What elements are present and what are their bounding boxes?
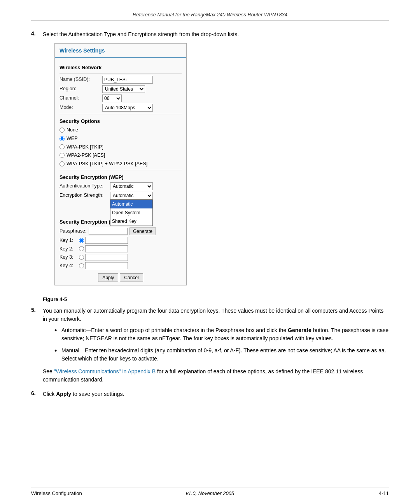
radio-wpa2-psk-aes: WPA2-PSK [AES] [60, 152, 182, 159]
key1-input[interactable] [85, 237, 128, 244]
step-4: 4. Select the Authentication Type and En… [31, 30, 389, 290]
radio-wep-input[interactable] [60, 136, 65, 141]
dropdown-option-open-system[interactable]: Open System [110, 208, 152, 217]
key1-row: Key 1: [60, 237, 182, 244]
step-5: 5. You can manually or automatically pro… [31, 307, 389, 384]
key2-label: Key 2: [60, 245, 79, 253]
ssid-label: Name (SSID): [60, 76, 102, 83]
apply-bold: Apply [56, 391, 71, 397]
passphrase-row: Passphrase: Generate [60, 228, 182, 235]
auth-type-select[interactable]: Automatic Open System Shared Key [110, 182, 153, 190]
figure-label: Figure 4-5 [43, 296, 389, 302]
enc-strength-dropdown[interactable]: Automatic Open System Shared Key Automat… [110, 192, 153, 200]
mode-select[interactable]: Auto 108Mbps [102, 104, 153, 112]
header-title: Reference Manual for the RangeMax 240 Wi… [133, 12, 287, 18]
key1-radio[interactable] [79, 238, 84, 243]
radio-none-input[interactable] [60, 128, 65, 133]
bullet-2-text: Manual—Enter ten hexadecimal digits (any… [61, 346, 386, 363]
bullet-dot-2: • [54, 346, 61, 363]
step-5-content: You can manually or automatically progra… [43, 307, 389, 384]
ssid-row: Name (SSID): [60, 76, 182, 84]
bullet-2: • Manual—Enter ten hexadecimal digits (a… [54, 346, 389, 363]
key2-row: Key 2: [60, 245, 182, 253]
page-header: Reference Manual for the RangeMax 240 Wi… [31, 12, 389, 21]
ssid-input[interactable] [102, 76, 153, 84]
key3-input[interactable] [85, 254, 128, 261]
enc-dropdown-list[interactable]: Automatic Open System Shared Key [110, 200, 153, 226]
radio-none: None [60, 126, 182, 134]
channel-row: Channel: 06 [60, 94, 182, 102]
security-encryption-label: Security Encryption (WEP) [60, 173, 182, 181]
generate-button[interactable]: Generate [130, 228, 156, 235]
step-6-num: 6. [31, 390, 43, 398]
radio-wpa-combo-input[interactable] [60, 161, 65, 166]
dropdown-option-automatic[interactable]: Automatic [110, 200, 152, 208]
apply-button[interactable]: Apply [98, 273, 118, 282]
action-row: Apply Cancel [60, 273, 182, 282]
radio-wpa-psk-tkip-input[interactable] [60, 144, 65, 149]
radio-wep: WEP [60, 135, 182, 142]
step-4-text: Select the Authentication Type and Encry… [43, 30, 389, 290]
auth-type-row: Authentication Type: Automatic Open Syst… [60, 182, 182, 190]
key2-input[interactable] [85, 245, 128, 252]
key4-row: Key 4: [60, 262, 182, 270]
step-6-text: Click Apply to save your settings. [43, 390, 389, 398]
step-4-num: 4. [31, 30, 43, 290]
appendix-b-link[interactable]: "Wireless Communications" in Appendix B [54, 368, 156, 374]
step-6: 6. Click Apply to save your settings. [31, 390, 389, 398]
channel-select[interactable]: 06 [102, 94, 122, 102]
enc-strength-select[interactable]: Automatic Open System Shared Key [110, 192, 153, 200]
panel-title: Wireless Settings [55, 44, 186, 58]
mode-label: Mode: [60, 104, 102, 111]
key1-label: Key 1: [60, 237, 79, 244]
key3-radio[interactable] [79, 255, 84, 260]
step-5-text: You can manually or automatically progra… [43, 308, 383, 322]
key4-input[interactable] [85, 262, 128, 269]
key4-radio[interactable] [79, 263, 84, 268]
passphrase-input[interactable] [89, 228, 128, 235]
region-label: Region: [60, 85, 102, 93]
enc-strength-label: Encryption Strength: [60, 192, 110, 199]
radio-wpa2-psk-aes-input[interactable] [60, 153, 65, 158]
wireless-network-label: Wireless Network [60, 64, 182, 72]
step-5-num: 5. [31, 307, 43, 384]
bullet-1: • Automatic—Enter a word or group of pri… [54, 326, 389, 343]
security-options-label: Security Options [60, 117, 182, 125]
passphrase-label: Passphrase: [60, 228, 89, 235]
bold-generate: Generate [288, 327, 312, 333]
cancel-button[interactable]: Cancel [120, 273, 143, 282]
see-also-text: See "Wireless Communications" in Appendi… [43, 368, 389, 384]
region-row: Region: United States [60, 85, 182, 93]
auth-type-label: Authentication Type: [60, 182, 110, 190]
region-select[interactable]: United States [102, 85, 145, 93]
channel-label: Channel: [60, 94, 102, 102]
footer-center: v1.0, November 2005 [0, 490, 420, 496]
dropdown-option-shared-key[interactable]: Shared Key [110, 217, 152, 226]
radio-wpa-combo: WPA-PSK [TKIP] + WPA2-PSK [AES] [60, 160, 182, 168]
bullet-list: • Automatic—Enter a word or group of pri… [54, 326, 389, 363]
radio-wpa-psk-tkip: WPA-PSK [TKIP] [60, 144, 182, 151]
footer-version: v1.0, November 2005 [186, 490, 234, 496]
mode-row: Mode: Auto 108Mbps [60, 104, 182, 112]
key4-label: Key 4: [60, 262, 79, 270]
bullet-dot-1: • [54, 326, 61, 343]
enc-strength-row: Encryption Strength: Automatic Open Syst… [60, 192, 182, 200]
wireless-settings-panel: Wireless Settings Wireless Network Name … [54, 43, 187, 285]
key3-row: Key 3: [60, 254, 182, 261]
key3-label: Key 3: [60, 254, 79, 261]
bullet-1-text: Automatic—Enter a word or group of print… [61, 326, 389, 343]
key2-radio[interactable] [79, 246, 84, 251]
